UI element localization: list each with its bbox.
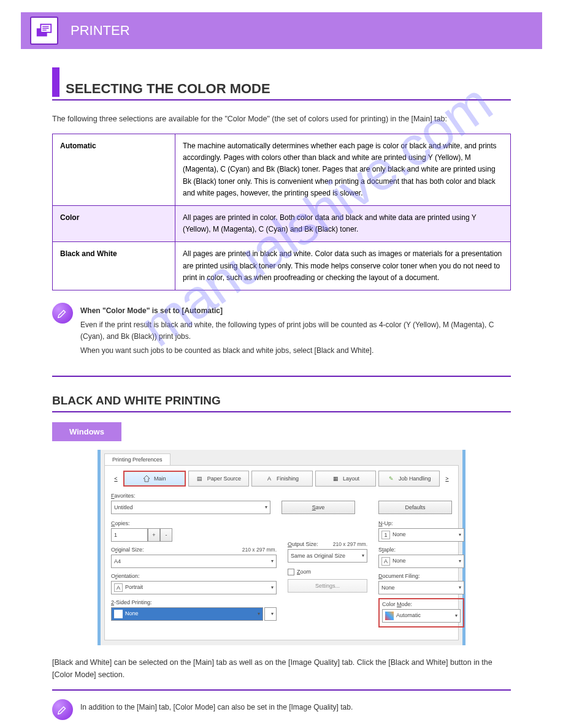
outsize-select[interactable]: Same as Original Size xyxy=(288,549,367,563)
portrait-icon: A xyxy=(114,583,123,592)
none-icon: ▯ xyxy=(114,610,123,618)
origsize-select[interactable]: A4 xyxy=(111,555,277,568)
copies-spinner[interactable]: 1 + - xyxy=(111,528,277,542)
intro-text: The following three selections are avail… xyxy=(52,113,511,125)
dialog-screenshot: Printing Preferences < Main ▤ Paper Sour… xyxy=(98,450,465,645)
desc-cell: The machine automatically determines whe… xyxy=(175,134,511,206)
twosided-label: 2-Sided Printing: xyxy=(111,599,277,605)
note-block-2: In addition to the [Main] tab, [Color Mo… xyxy=(52,689,511,728)
caption-text: [Black and White] can be selected on the… xyxy=(52,656,511,681)
header: PRINTER xyxy=(21,12,542,49)
favorites-label: Favorites: xyxy=(111,493,270,499)
minus-button[interactable]: - xyxy=(160,528,172,542)
plus-button[interactable]: + xyxy=(148,528,160,542)
twosided-dropdown[interactable] xyxy=(264,607,277,621)
zoom-check[interactable]: Zoom xyxy=(288,569,367,575)
color-icon xyxy=(385,612,394,620)
pencil-icon xyxy=(52,303,73,324)
section-heading: SELECTING THE COLOR MODE xyxy=(52,67,511,100)
docfiling-label: Document Filing: xyxy=(378,573,464,579)
nup-select[interactable]: 1None xyxy=(378,528,464,542)
desc-cell: All pages are printed in color. Both col… xyxy=(175,205,511,241)
os-badge: Windows xyxy=(52,422,121,441)
defaults-button[interactable]: Defaults xyxy=(378,501,452,514)
settings-button: Settings... xyxy=(288,579,367,593)
tab-main[interactable]: Main xyxy=(123,471,186,487)
note-block: When "Color Mode" is set to [Automatic] … xyxy=(52,303,511,377)
colormode-select[interactable]: Automatic xyxy=(382,609,461,623)
tab-job-handling[interactable]: ✎ Job Handling xyxy=(378,471,440,487)
orientation-select[interactable]: APortrait xyxy=(111,581,277,594)
outsize-label: Output Size: xyxy=(288,541,318,547)
home-icon xyxy=(143,475,150,482)
one-icon: 1 xyxy=(381,531,390,539)
mode-cell: Automatic xyxy=(53,134,175,206)
nup-label: N-Up: xyxy=(378,520,464,526)
page-icon: A xyxy=(266,475,273,482)
header-title: PRINTER xyxy=(71,23,130,39)
colormode-label: Color Mode: xyxy=(382,601,461,607)
tab-prev[interactable]: < xyxy=(111,476,121,482)
orientation-label: Orientation: xyxy=(111,573,277,579)
tab-next[interactable]: > xyxy=(442,476,452,482)
printer-app-icon xyxy=(30,17,58,45)
color-mode-table: AutomaticThe machine automatically deter… xyxy=(52,134,511,290)
grid-icon: ▦ xyxy=(332,475,339,482)
mode-cell: Color xyxy=(53,205,175,241)
tray-icon: ▤ xyxy=(196,475,204,482)
copies-label: Copies: xyxy=(111,520,277,526)
staple-select[interactable]: ANone xyxy=(378,555,464,568)
tab-layout[interactable]: ▦ Layout xyxy=(315,471,377,487)
staple-label: Staple: xyxy=(378,547,464,553)
favorites-select[interactable]: Untitled xyxy=(111,501,270,514)
pencil-icon xyxy=(52,699,73,720)
origsize-label: Original Size: xyxy=(111,547,144,553)
clip-icon: ✎ xyxy=(388,475,395,482)
desc-cell: All pages are printed in black and white… xyxy=(175,242,511,290)
tab-finishing[interactable]: A Finishing xyxy=(251,471,313,487)
docfiling-select[interactable]: None xyxy=(378,581,464,594)
save-button[interactable]: Save xyxy=(282,501,355,514)
dialog-title-tab: Printing Preferences xyxy=(104,453,170,465)
staple-icon: A xyxy=(381,557,390,566)
mode-cell: Black and White xyxy=(53,242,175,290)
tab-paper-source[interactable]: ▤ Paper Source xyxy=(188,471,250,487)
twosided-select[interactable]: ▯None xyxy=(111,607,263,621)
subsection-heading: BLACK AND WHITE PRINTING xyxy=(52,394,511,412)
